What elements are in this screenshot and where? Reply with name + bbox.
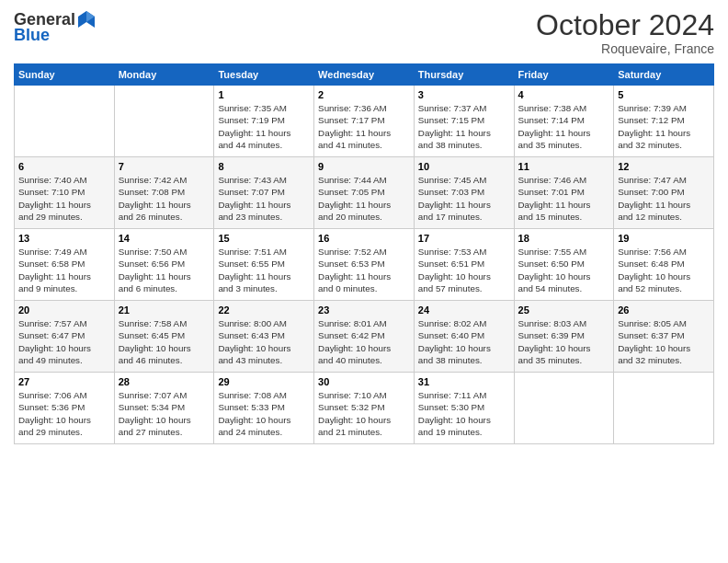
calendar-cell: 15Sunrise: 7:51 AM Sunset: 6:55 PM Dayli… — [214, 229, 314, 301]
day-number: 19 — [618, 233, 710, 244]
day-info: Sunrise: 7:57 AM Sunset: 6:47 PM Dayligh… — [18, 317, 110, 366]
calendar-cell: 20Sunrise: 7:57 AM Sunset: 6:47 PM Dayli… — [15, 301, 115, 373]
calendar-cell: 22Sunrise: 8:00 AM Sunset: 6:43 PM Dayli… — [214, 301, 314, 373]
calendar-cell: 14Sunrise: 7:50 AM Sunset: 6:56 PM Dayli… — [114, 229, 214, 301]
day-info: Sunrise: 7:55 AM Sunset: 6:50 PM Dayligh… — [518, 246, 610, 294]
calendar-cell — [114, 86, 214, 157]
day-info: Sunrise: 8:00 AM Sunset: 6:43 PM Dayligh… — [218, 317, 310, 366]
day-number: 2 — [318, 89, 410, 100]
calendar-cell: 7Sunrise: 7:42 AM Sunset: 7:08 PM Daylig… — [114, 157, 214, 229]
logo-icon — [76, 9, 97, 29]
day-number: 15 — [218, 233, 310, 244]
weekday-header: Friday — [514, 64, 614, 86]
day-number: 3 — [418, 89, 510, 100]
day-number: 1 — [218, 89, 310, 100]
calendar-cell — [614, 373, 714, 444]
day-info: Sunrise: 7:46 AM Sunset: 7:01 PM Dayligh… — [518, 174, 610, 223]
day-number: 17 — [418, 233, 510, 244]
day-info: Sunrise: 7:44 AM Sunset: 7:05 PM Dayligh… — [318, 174, 410, 223]
calendar-cell: 18Sunrise: 7:55 AM Sunset: 6:50 PM Dayli… — [514, 229, 614, 301]
day-number: 28 — [119, 376, 210, 387]
day-info: Sunrise: 7:50 AM Sunset: 6:56 PM Dayligh… — [119, 246, 210, 294]
day-info: Sunrise: 7:39 AM Sunset: 7:12 PM Dayligh… — [618, 102, 710, 151]
weekday-header-row: SundayMondayTuesdayWednesdayThursdayFrid… — [15, 64, 714, 86]
day-info: Sunrise: 8:05 AM Sunset: 6:37 PM Dayligh… — [618, 317, 710, 366]
day-number: 7 — [119, 161, 210, 172]
day-number: 11 — [518, 161, 610, 172]
calendar-cell: 6Sunrise: 7:40 AM Sunset: 7:10 PM Daylig… — [15, 157, 115, 229]
calendar-cell: 5Sunrise: 7:39 AM Sunset: 7:12 PM Daylig… — [614, 86, 714, 157]
day-number: 22 — [218, 304, 310, 316]
calendar-cell: 27Sunrise: 7:06 AM Sunset: 5:36 PM Dayli… — [15, 373, 115, 444]
day-number: 10 — [418, 161, 510, 172]
calendar-cell: 1Sunrise: 7:35 AM Sunset: 7:19 PM Daylig… — [214, 86, 314, 157]
calendar-cell: 21Sunrise: 7:58 AM Sunset: 6:45 PM Dayli… — [114, 301, 214, 373]
weekday-header: Sunday — [15, 64, 115, 86]
calendar-cell: 9Sunrise: 7:44 AM Sunset: 7:05 PM Daylig… — [314, 157, 415, 229]
day-number: 23 — [318, 304, 410, 316]
calendar-cell: 25Sunrise: 8:03 AM Sunset: 6:39 PM Dayli… — [514, 301, 614, 373]
day-info: Sunrise: 7:06 AM Sunset: 5:36 PM Dayligh… — [18, 389, 110, 438]
day-number: 9 — [318, 161, 410, 172]
day-info: Sunrise: 7:37 AM Sunset: 7:15 PM Dayligh… — [418, 102, 510, 151]
calendar-cell: 3Sunrise: 7:37 AM Sunset: 7:15 PM Daylig… — [414, 86, 514, 157]
month-title: October 2024 — [536, 9, 714, 41]
day-number: 13 — [18, 233, 110, 244]
day-info: Sunrise: 8:02 AM Sunset: 6:40 PM Dayligh… — [418, 317, 510, 366]
calendar-cell: 19Sunrise: 7:56 AM Sunset: 6:48 PM Dayli… — [614, 229, 714, 301]
page-header: General Blue October 2024 Roquevaire, Fr… — [14, 9, 714, 56]
calendar-cell: 31Sunrise: 7:11 AM Sunset: 5:30 PM Dayli… — [414, 373, 514, 444]
day-info: Sunrise: 7:08 AM Sunset: 5:33 PM Dayligh… — [218, 389, 310, 438]
calendar-cell: 13Sunrise: 7:49 AM Sunset: 6:58 PM Dayli… — [15, 229, 115, 301]
day-number: 24 — [418, 304, 510, 316]
day-number: 14 — [119, 233, 210, 244]
page-container: General Blue October 2024 Roquevaire, Fr… — [0, 0, 728, 563]
calendar-cell: 30Sunrise: 7:10 AM Sunset: 5:32 PM Dayli… — [314, 373, 415, 444]
day-number: 12 — [618, 161, 710, 172]
day-info: Sunrise: 7:43 AM Sunset: 7:07 PM Dayligh… — [218, 174, 310, 223]
day-info: Sunrise: 7:52 AM Sunset: 6:53 PM Dayligh… — [318, 246, 410, 294]
day-info: Sunrise: 7:38 AM Sunset: 7:14 PM Dayligh… — [518, 102, 610, 151]
calendar-cell: 17Sunrise: 7:53 AM Sunset: 6:51 PM Dayli… — [414, 229, 514, 301]
weekday-header: Wednesday — [314, 64, 415, 86]
title-block: October 2024 Roquevaire, France — [536, 9, 714, 56]
day-number: 30 — [318, 376, 410, 387]
calendar-week-row: 20Sunrise: 7:57 AM Sunset: 6:47 PM Dayli… — [15, 301, 714, 373]
calendar-cell: 10Sunrise: 7:45 AM Sunset: 7:03 PM Dayli… — [414, 157, 514, 229]
day-number: 16 — [318, 233, 410, 244]
day-info: Sunrise: 7:40 AM Sunset: 7:10 PM Dayligh… — [18, 174, 110, 223]
weekday-header: Tuesday — [214, 64, 314, 86]
day-number: 4 — [518, 89, 610, 100]
calendar-week-row: 6Sunrise: 7:40 AM Sunset: 7:10 PM Daylig… — [15, 157, 714, 229]
calendar-cell: 26Sunrise: 8:05 AM Sunset: 6:37 PM Dayli… — [614, 301, 714, 373]
day-info: Sunrise: 7:58 AM Sunset: 6:45 PM Dayligh… — [119, 317, 210, 366]
calendar-cell: 23Sunrise: 8:01 AM Sunset: 6:42 PM Dayli… — [314, 301, 415, 373]
calendar-cell: 16Sunrise: 7:52 AM Sunset: 6:53 PM Dayli… — [314, 229, 415, 301]
calendar-table: SundayMondayTuesdayWednesdayThursdayFrid… — [14, 63, 714, 444]
calendar-week-row: 13Sunrise: 7:49 AM Sunset: 6:58 PM Dayli… — [15, 229, 714, 301]
calendar-cell: 24Sunrise: 8:02 AM Sunset: 6:40 PM Dayli… — [414, 301, 514, 373]
weekday-header: Thursday — [414, 64, 514, 86]
day-number: 18 — [518, 233, 610, 244]
day-number: 5 — [618, 89, 710, 100]
day-number: 26 — [618, 304, 710, 316]
day-info: Sunrise: 7:53 AM Sunset: 6:51 PM Dayligh… — [418, 246, 510, 294]
day-info: Sunrise: 7:56 AM Sunset: 6:48 PM Dayligh… — [618, 246, 710, 294]
calendar-week-row: 1Sunrise: 7:35 AM Sunset: 7:19 PM Daylig… — [15, 86, 714, 157]
calendar-cell: 4Sunrise: 7:38 AM Sunset: 7:14 PM Daylig… — [514, 86, 614, 157]
calendar-cell: 28Sunrise: 7:07 AM Sunset: 5:34 PM Dayli… — [114, 373, 214, 444]
day-number: 29 — [218, 376, 310, 387]
day-number: 31 — [418, 376, 510, 387]
day-info: Sunrise: 7:51 AM Sunset: 6:55 PM Dayligh… — [218, 246, 310, 294]
day-info: Sunrise: 7:45 AM Sunset: 7:03 PM Dayligh… — [418, 174, 510, 223]
day-number: 21 — [119, 304, 210, 316]
calendar-cell — [15, 86, 115, 157]
day-info: Sunrise: 7:42 AM Sunset: 7:08 PM Dayligh… — [119, 174, 210, 223]
day-number: 25 — [518, 304, 610, 316]
logo: General Blue — [14, 9, 97, 45]
weekday-header: Saturday — [614, 64, 714, 86]
day-info: Sunrise: 8:01 AM Sunset: 6:42 PM Dayligh… — [318, 317, 410, 366]
day-info: Sunrise: 8:03 AM Sunset: 6:39 PM Dayligh… — [518, 317, 610, 366]
calendar-cell: 8Sunrise: 7:43 AM Sunset: 7:07 PM Daylig… — [214, 157, 314, 229]
day-info: Sunrise: 7:35 AM Sunset: 7:19 PM Dayligh… — [218, 102, 310, 151]
